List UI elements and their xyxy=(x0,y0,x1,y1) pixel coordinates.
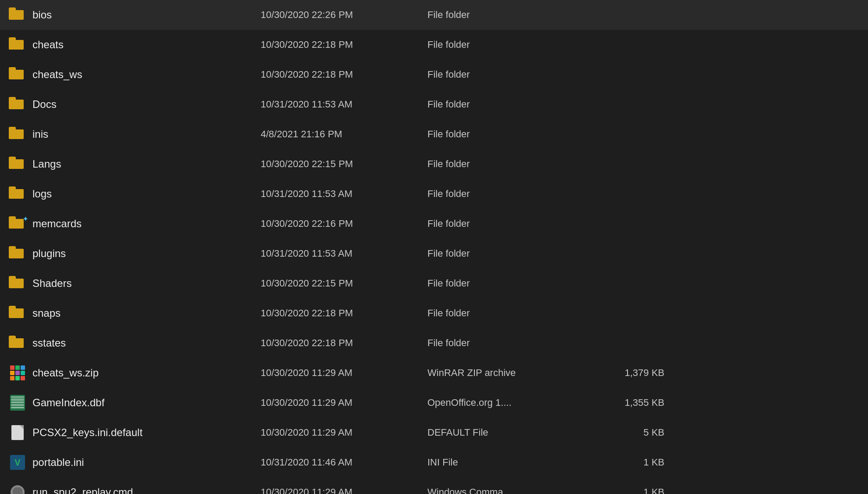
file-date: 10/30/2020 22:18 PM xyxy=(261,337,427,349)
file-row[interactable]: bios10/30/2020 22:26 PMFile folder xyxy=(0,0,868,30)
dbf-icon xyxy=(9,395,26,411)
file-row[interactable]: Shaders10/30/2020 22:15 PMFile folder xyxy=(0,268,868,298)
file-name: sstates xyxy=(32,337,261,349)
svg-text:V: V xyxy=(14,458,21,467)
file-row[interactable]: plugins10/31/2020 11:53 AMFile folder xyxy=(0,239,868,268)
folder-icon xyxy=(9,7,26,22)
file-row[interactable]: Docs10/31/2020 11:53 AMFile folder xyxy=(0,89,868,119)
zip-icon xyxy=(9,365,26,380)
folder-icon xyxy=(9,97,26,112)
file-row[interactable]: Vportable.ini10/31/2020 11:46 AMINI File… xyxy=(0,447,868,477)
cmd-icon xyxy=(9,485,26,494)
file-type: File folder xyxy=(427,248,594,259)
ini-icon: V xyxy=(9,455,26,470)
file-date: 10/31/2020 11:46 AM xyxy=(261,457,427,468)
svg-rect-8 xyxy=(22,491,24,493)
file-name: GameIndex.dbf xyxy=(32,397,261,409)
file-date: 10/30/2020 11:29 AM xyxy=(261,397,427,408)
file-name: inis xyxy=(32,128,261,140)
file-row[interactable]: snaps10/30/2020 22:18 PMFile folder xyxy=(0,298,868,328)
file-row[interactable]: cheats_ws.zip10/30/2020 11:29 AMWinRAR Z… xyxy=(0,358,868,388)
file-name: cheats xyxy=(32,39,261,51)
file-type: File folder xyxy=(427,308,594,319)
file-row[interactable]: inis4/8/2021 21:16 PMFile folder xyxy=(0,119,868,149)
file-size: 1 KB xyxy=(594,457,664,468)
file-type: File folder xyxy=(427,218,594,229)
file-size: 1,355 KB xyxy=(594,397,664,408)
folder-icon xyxy=(9,186,26,201)
file-type: File folder xyxy=(427,278,594,289)
file-type: File folder xyxy=(427,39,594,50)
file-type: INI File xyxy=(427,457,594,468)
file-name: cheats_ws.zip xyxy=(32,367,261,379)
file-type: File folder xyxy=(427,158,594,170)
file-date: 10/31/2020 11:53 AM xyxy=(261,99,427,110)
folder-icon xyxy=(9,157,26,172)
file-row[interactable]: logs10/31/2020 11:53 AMFile folder xyxy=(0,179,868,209)
file-list: bios10/30/2020 22:26 PMFile foldercheats… xyxy=(0,0,868,494)
file-row[interactable]: Langs10/30/2020 22:15 PMFile folder xyxy=(0,149,868,179)
file-type: WinRAR ZIP archive xyxy=(427,367,594,379)
file-name: PCSX2_keys.ini.default xyxy=(32,426,261,439)
file-name: Langs xyxy=(32,158,261,170)
file-row[interactable]: ✦memcards10/30/2020 22:16 PMFile folder xyxy=(0,209,868,239)
file-name: bios xyxy=(32,9,261,21)
file-date: 10/30/2020 22:15 PM xyxy=(261,158,427,170)
file-date: 10/30/2020 11:29 AM xyxy=(261,487,427,494)
file-date: 10/30/2020 22:26 PM xyxy=(261,9,427,21)
file-date: 10/30/2020 11:29 AM xyxy=(261,367,427,379)
file-date: 10/30/2020 22:18 PM xyxy=(261,69,427,80)
file-date: 10/30/2020 22:18 PM xyxy=(261,308,427,319)
file-name: memcards xyxy=(32,218,261,230)
file-date: 10/30/2020 22:15 PM xyxy=(261,278,427,289)
file-row[interactable]: GameIndex.dbf10/30/2020 11:29 AMOpenOffi… xyxy=(0,388,868,418)
file-date: 10/31/2020 11:53 AM xyxy=(261,248,427,259)
file-row[interactable]: cheats_ws10/30/2020 22:18 PMFile folder xyxy=(0,60,868,89)
folder-icon xyxy=(9,127,26,142)
file-name: snaps xyxy=(32,307,261,319)
file-date: 4/8/2021 21:16 PM xyxy=(261,129,427,140)
file-date: 10/30/2020 22:16 PM xyxy=(261,218,427,229)
file-row[interactable]: cheats10/30/2020 22:18 PMFile folder xyxy=(0,30,868,60)
file-type: File folder xyxy=(427,337,594,349)
file-type: File folder xyxy=(427,99,594,110)
folder-icon xyxy=(9,306,26,321)
file-name: cheats_ws xyxy=(32,68,261,81)
file-name: Shaders xyxy=(32,277,261,290)
file-date: 10/31/2020 11:53 AM xyxy=(261,188,427,200)
file-name: Docs xyxy=(32,98,261,111)
file-name: logs xyxy=(32,188,261,200)
file-name: portable.ini xyxy=(32,456,261,469)
file-type: Windows Comma... xyxy=(427,487,594,494)
file-name: plugins xyxy=(32,247,261,260)
file-size: 1,379 KB xyxy=(594,367,664,379)
svg-rect-10 xyxy=(11,491,13,493)
file-type: File folder xyxy=(427,9,594,21)
file-type: File folder xyxy=(427,129,594,140)
file-size: 1 KB xyxy=(594,487,664,494)
folder-icon xyxy=(9,67,26,82)
folder-icon xyxy=(9,336,26,351)
file-size: 5 KB xyxy=(594,427,664,438)
file-type: OpenOffice.org 1.... xyxy=(427,397,594,408)
file-row[interactable]: PCSX2_keys.ini.default10/30/2020 11:29 A… xyxy=(0,418,868,447)
file-date: 10/30/2020 22:18 PM xyxy=(261,39,427,50)
folder-icon xyxy=(9,37,26,52)
file-row[interactable]: run_spu2_replay.cmd10/30/2020 11:29 AMWi… xyxy=(0,477,868,494)
file-date: 10/30/2020 11:29 AM xyxy=(261,427,427,438)
file-type: DEFAULT File xyxy=(427,427,594,438)
file-name: run_spu2_replay.cmd xyxy=(32,486,261,494)
folder-icon xyxy=(9,276,26,291)
file-type: File folder xyxy=(427,188,594,200)
file-type: File folder xyxy=(427,69,594,80)
default-icon xyxy=(9,425,26,440)
folder-icon xyxy=(9,246,26,261)
folder-special-icon: ✦ xyxy=(9,216,26,231)
file-row[interactable]: sstates10/30/2020 22:18 PMFile folder xyxy=(0,328,868,358)
